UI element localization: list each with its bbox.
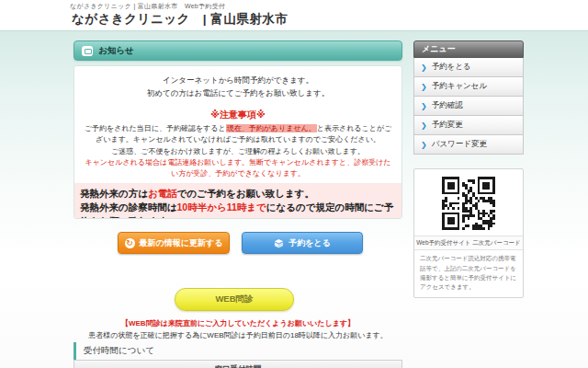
qr-caption: Web予約受付サイト 二次元バーコード: [414, 236, 523, 250]
menu-header: メニュー: [413, 40, 524, 58]
reserve-button[interactable]: 予約をとる: [242, 232, 363, 254]
chevron-right-icon: ❯: [421, 83, 427, 91]
fever-hours-line: 発熱外来の診察時間は10時半から11時までになるので規定の時間にご予約をお願い致…: [80, 201, 396, 219]
caution-paragraph: ご予約をされた当日に、予約確認をすると現在、予約がありません。と表示されることが…: [74, 121, 401, 146]
notice-section-header: お知らせ: [74, 40, 402, 61]
intro-line1: インターネットから時間予約ができます。: [163, 75, 313, 85]
menu-item-reserve[interactable]: ❯ 予約をとる: [413, 58, 524, 77]
chevron-right-icon: ❯: [421, 121, 427, 130]
web-reservation-page: ながさきクリニック | 富山県射水市 Web予約受付 ながさきクリニック | 富…: [0, 0, 588, 368]
chevron-right-icon: ❯: [421, 63, 427, 72]
reception-table-header: 窓口受付時間: [74, 360, 402, 368]
caution-apology-line: ご迷惑、ご不便をおかけ致しますが、ご理解の程よろしくお願い致します。: [74, 146, 401, 157]
cancel-warning-text: キャンセルされる場合は電話連絡お願いします。無断でキャンセルされますと、診察受け…: [74, 157, 401, 179]
refresh-icon: ↻: [125, 238, 135, 248]
notice-section-title: お知らせ: [98, 45, 134, 57]
fever-phone-post: でのご予約をお願い致します。: [177, 188, 314, 199]
web-interview-button[interactable]: WEB問診: [175, 288, 294, 311]
menu-item-change[interactable]: ❯ 予約変更: [413, 116, 524, 135]
menu-item-confirm[interactable]: ❯ 予約確認: [413, 97, 524, 116]
menu-list: ❯ 予約をとる ❯ 予約キャンセル ❯ 予約確認 ❯ 予約変更 ❯ パスワード変…: [413, 58, 524, 155]
qr-code: [442, 177, 495, 230]
fever-phone-red: お電話: [148, 188, 177, 199]
reserve-button-label: 予約をとる: [288, 237, 331, 249]
fever-phone-pre: 発熱外来の方は: [80, 188, 148, 199]
chevron-right-icon: ❯: [421, 102, 427, 110]
refresh-button-label: 最新の情報に更新する: [140, 237, 223, 249]
caution-title: ※注意事項※: [74, 109, 401, 121]
qr-code-panel: Web予約受付サイト 二次元バーコード 二次元バーコード読込対応の携帯電話等で、…: [413, 168, 524, 298]
caution-text-pre: ご予約をされた当日に、予約確認をすると: [85, 124, 226, 132]
web-interview-note-black: 患者様の状態を正確に把握する為にWEB問診は予約日前日の18時以降に入力お願いま…: [74, 330, 402, 340]
sidebar: メニュー ❯ 予約をとる ❯ 予約キャンセル ❯ 予約確認 ❯ 予約変更 ❯ パ…: [413, 30, 524, 368]
refresh-button[interactable]: ↻ 最新の情報に更新する: [118, 232, 230, 254]
menu-item-cancel[interactable]: ❯ 予約キャンセル: [413, 77, 524, 97]
intro-line2: 初めての方はお電話にてご予約をお願い致します。: [147, 88, 329, 98]
notice-panel: インターネットから時間予約ができます。 初めての方はお電話にてご予約をお願い致し…: [74, 65, 402, 219]
menu-item-label: パスワード変更: [432, 139, 487, 150]
menu-item-label: 予約確認: [432, 100, 463, 111]
main-column: お知らせ インターネットから時間予約ができます。 初めての方はお電話にてご予約を…: [74, 30, 402, 368]
fever-phone-line: 発熱外来の方はお電話でのご予約をお願い致します。: [80, 187, 396, 201]
notice-bubble-icon: [82, 46, 93, 56]
menu-item-label: 予約をとる: [432, 62, 471, 73]
qr-description: 二次元バーコード読込対応の携帯電話等で、上記の二次元バーコードを撮影すると簡単に…: [414, 250, 523, 296]
box-icon: [274, 238, 284, 248]
web-interview-note-red: 【WEB問診は来院直前にご入力していただくようお願いいたします】: [74, 318, 402, 328]
fever-hours-pre: 発熱外来の診察時間は: [80, 201, 177, 213]
web-interview-button-label: WEB問診: [215, 293, 253, 305]
menu-item-label: 予約キャンセル: [432, 81, 488, 92]
menu-item-label: 予約変更: [432, 120, 463, 131]
fever-notice-block: 発熱外来の方はお電話でのご予約をお願い致します。 発熱外来の診察時間は10時半か…: [74, 183, 401, 219]
intro-text: インターネットから時間予約ができます。 初めての方はお電話にてご予約をお願い致し…: [74, 74, 401, 100]
fever-hours-red: 10時半から11時まで: [177, 201, 266, 213]
breadcrumb: ながさきクリニック | 富山県射水市 Web予約受付: [70, 2, 225, 11]
reception-hours-section-title: 受付時間について: [74, 342, 402, 362]
page-title: ながさきクリニック | 富山県射水市: [72, 11, 288, 28]
menu-item-password[interactable]: ❯ パスワード変更: [413, 135, 524, 155]
chevron-right-icon: ❯: [421, 141, 427, 149]
caution-highlighted-text: 現在、予約がありません。: [226, 124, 317, 132]
